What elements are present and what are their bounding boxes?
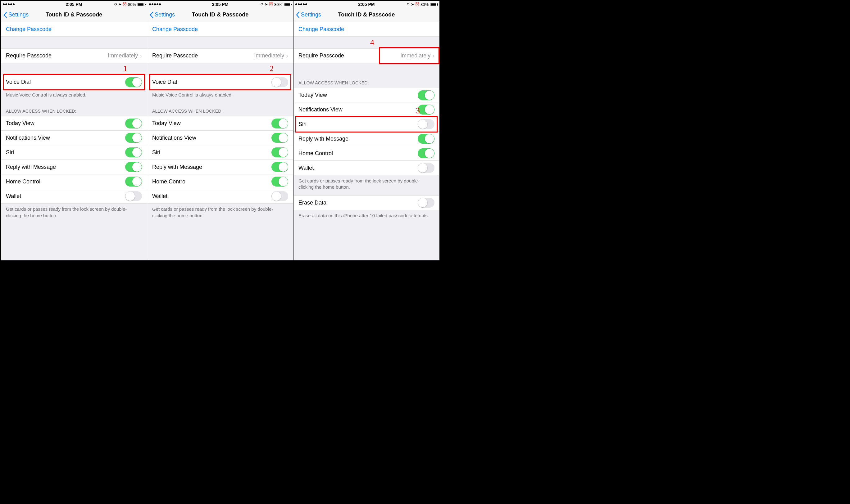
reply-with-message[interactable]: Reply with Message bbox=[294, 131, 439, 146]
nav-bar: SettingsTouch ID & Passcode bbox=[294, 8, 439, 22]
location-icon: ➤ bbox=[118, 2, 121, 6]
erase-data[interactable]: Erase Data bbox=[294, 196, 439, 210]
back-label: Settings bbox=[301, 12, 321, 18]
today-view[interactable]: Today View bbox=[1, 116, 147, 131]
toggle[interactable] bbox=[272, 177, 288, 186]
wallet-footer: Get cards or passes ready from the lock … bbox=[294, 175, 439, 196]
reply-with-message[interactable]: Reply with Message bbox=[1, 160, 147, 175]
require-passcode-value: Immediately bbox=[108, 52, 138, 59]
siri[interactable]: Siri bbox=[147, 145, 293, 160]
home-control[interactable]: Home Control bbox=[1, 175, 147, 189]
toggle[interactable] bbox=[418, 148, 434, 158]
toggle[interactable] bbox=[125, 191, 142, 201]
nav-bar: SettingsTouch ID & Passcode bbox=[1, 8, 147, 22]
back-button[interactable]: Settings bbox=[1, 12, 29, 18]
home-control[interactable]: Home Control bbox=[294, 146, 439, 161]
erase-data-label: Erase Data bbox=[298, 200, 418, 206]
toggle[interactable] bbox=[272, 162, 288, 172]
alarm-icon: ⏰ bbox=[415, 2, 420, 6]
wallet[interactable]: Wallet bbox=[294, 161, 439, 175]
siri-label: Siri bbox=[298, 121, 418, 128]
voice-dial-label: Voice Dial bbox=[152, 79, 272, 85]
require-passcode-value: Immediately bbox=[400, 52, 430, 59]
reply-with-message-label: Reply with Message bbox=[298, 136, 418, 142]
home-control-label: Home Control bbox=[152, 178, 272, 185]
toggle[interactable] bbox=[418, 134, 434, 144]
today-view[interactable]: Today View bbox=[294, 88, 439, 103]
change-passcode-label: Change Passcode bbox=[6, 26, 142, 33]
siri[interactable]: Siri bbox=[1, 145, 147, 160]
toggle[interactable] bbox=[418, 198, 434, 208]
orientation-lock-icon: ⟳ bbox=[261, 2, 264, 6]
erase-data-footer: Erase all data on this iPhone after 10 f… bbox=[294, 210, 439, 224]
wallet-footer: Get cards or passes ready from the lock … bbox=[1, 203, 147, 224]
home-control[interactable]: Home Control bbox=[147, 175, 293, 189]
toggle[interactable] bbox=[272, 133, 288, 143]
reply-with-message[interactable]: Reply with Message bbox=[147, 160, 293, 175]
reply-with-message-label: Reply with Message bbox=[6, 164, 125, 170]
toggle[interactable] bbox=[125, 77, 142, 87]
page-title: Touch ID & Passcode bbox=[338, 12, 395, 18]
change-passcode[interactable]: Change Passcode bbox=[1, 22, 147, 37]
toggle[interactable] bbox=[272, 191, 288, 201]
back-button[interactable]: Settings bbox=[294, 12, 321, 18]
chevron-right-icon: › bbox=[286, 52, 288, 59]
notifications-view[interactable]: Notifications View bbox=[147, 131, 293, 145]
change-passcode[interactable]: Change Passcode bbox=[147, 22, 293, 37]
today-view[interactable]: Today View bbox=[147, 116, 293, 131]
require-passcode[interactable]: Require PasscodeImmediately› bbox=[294, 49, 439, 63]
back-button[interactable]: Settings bbox=[147, 12, 175, 18]
back-label: Settings bbox=[155, 12, 175, 18]
toggle[interactable] bbox=[418, 119, 434, 129]
require-passcode[interactable]: Require PasscodeImmediately› bbox=[147, 49, 293, 63]
toggle[interactable] bbox=[125, 133, 142, 143]
orientation-lock-icon: ⟳ bbox=[114, 2, 117, 6]
wallet-label: Wallet bbox=[6, 193, 125, 200]
wallet-footer: Get cards or passes ready from the lock … bbox=[147, 203, 293, 224]
siri-label: Siri bbox=[152, 149, 272, 156]
toggle[interactable] bbox=[272, 147, 288, 157]
change-passcode[interactable]: Change Passcode bbox=[294, 22, 439, 37]
status-bar: 2:05 PM⟳➤⏰80% bbox=[294, 1, 439, 8]
battery-icon bbox=[284, 3, 291, 6]
voice-dial-footer: Music Voice Control is always enabled. bbox=[1, 89, 147, 103]
alarm-icon: ⏰ bbox=[268, 2, 273, 6]
voice-dial[interactable]: Voice Dial bbox=[1, 75, 147, 89]
home-control-label: Home Control bbox=[6, 178, 125, 185]
change-passcode-label: Change Passcode bbox=[298, 26, 434, 33]
battery-percent: 80% bbox=[274, 2, 282, 7]
toggle[interactable] bbox=[125, 119, 142, 128]
page-title: Touch ID & Passcode bbox=[192, 12, 249, 18]
require-passcode-label: Require Passcode bbox=[152, 52, 254, 59]
settings-content: Change PasscodeRequire PasscodeImmediate… bbox=[1, 22, 147, 260]
today-view-label: Today View bbox=[6, 120, 125, 127]
toggle[interactable] bbox=[125, 162, 142, 172]
wallet-label: Wallet bbox=[152, 193, 272, 200]
status-bar: 2:05 PM⟳➤⏰80% bbox=[1, 1, 147, 8]
toggle[interactable] bbox=[418, 163, 434, 173]
wallet[interactable]: Wallet bbox=[147, 189, 293, 203]
allow-access-header: ALLOW ACCESS WHEN LOCKED: bbox=[147, 103, 293, 116]
today-view-label: Today View bbox=[152, 120, 272, 127]
toggle[interactable] bbox=[418, 90, 434, 100]
page-title: Touch ID & Passcode bbox=[46, 12, 103, 18]
wallet[interactable]: Wallet bbox=[1, 189, 147, 203]
notifications-view[interactable]: Notifications View bbox=[1, 131, 147, 145]
notifications-view-label: Notifications View bbox=[298, 106, 418, 113]
voice-dial[interactable]: Voice Dial bbox=[147, 75, 293, 89]
require-passcode-label: Require Passcode bbox=[6, 52, 108, 59]
toggle[interactable] bbox=[125, 147, 142, 157]
toggle[interactable] bbox=[125, 177, 142, 186]
toggle[interactable] bbox=[272, 119, 288, 128]
toggle[interactable] bbox=[272, 77, 288, 87]
notifications-view-label: Notifications View bbox=[6, 135, 125, 141]
notifications-view[interactable]: Notifications View bbox=[294, 103, 439, 117]
battery-percent: 80% bbox=[420, 2, 429, 7]
toggle[interactable] bbox=[418, 105, 434, 114]
notifications-view-label: Notifications View bbox=[152, 135, 272, 141]
siri[interactable]: Siri bbox=[294, 117, 439, 131]
reply-with-message-label: Reply with Message bbox=[152, 164, 272, 170]
require-passcode-label: Require Passcode bbox=[298, 52, 400, 59]
chevron-right-icon: › bbox=[140, 52, 142, 59]
require-passcode[interactable]: Require PasscodeImmediately› bbox=[1, 49, 147, 63]
